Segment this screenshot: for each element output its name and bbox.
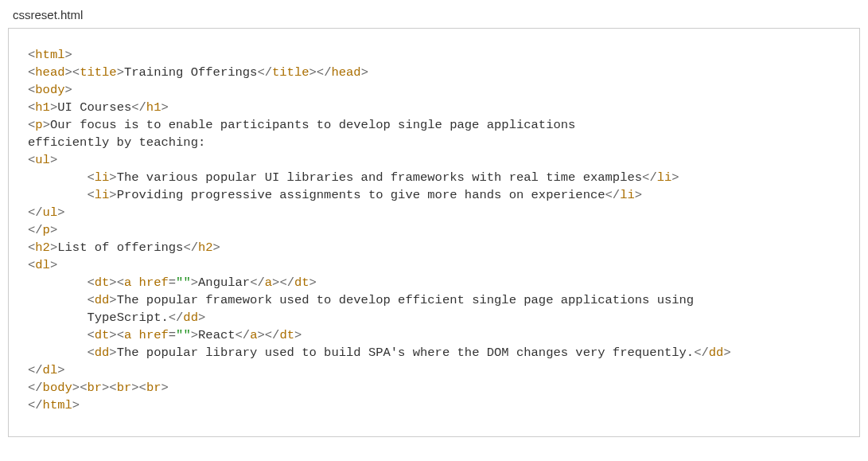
code-viewer: <html> <head><title>Training Offerings</… bbox=[8, 28, 860, 437]
filename-label: cssreset.html bbox=[13, 8, 860, 21]
code-content: <html> <head><title>Training Offerings</… bbox=[28, 46, 840, 414]
